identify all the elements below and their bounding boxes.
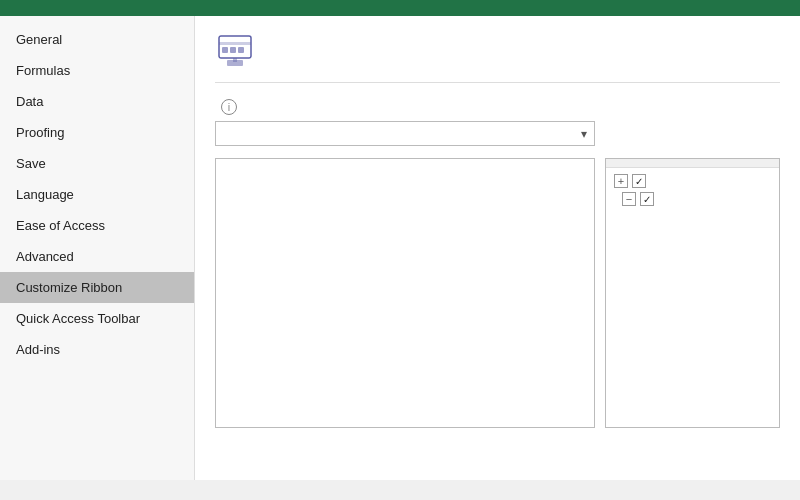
title-bar (0, 0, 800, 16)
tree-checkbox-1[interactable]: ✓ (632, 174, 646, 188)
choose-commands-row: i (215, 99, 780, 115)
commands-dropdown[interactable] (215, 121, 595, 146)
sidebar-item-add-ins[interactable]: Add-ins (0, 334, 194, 365)
sidebar-item-language[interactable]: Language (0, 179, 194, 210)
sidebar-item-formulas[interactable]: Formulas (0, 55, 194, 86)
commands-list-container[interactable] (215, 158, 595, 428)
sidebar: GeneralFormulasDataProofingSaveLanguageE… (0, 16, 195, 480)
commands-dropdown-wrapper (215, 121, 595, 146)
sidebar-item-proofing[interactable]: Proofing (0, 117, 194, 148)
right-panel-header (606, 159, 779, 168)
section-header (215, 32, 780, 83)
sidebar-item-save[interactable]: Save (0, 148, 194, 179)
right-panel-tree: + ✓ − ✓ (606, 168, 779, 212)
sidebar-item-quick-access-toolbar[interactable]: Quick Access Toolbar (0, 303, 194, 334)
ribbon-icon (215, 32, 255, 72)
sidebar-item-advanced[interactable]: Advanced (0, 241, 194, 272)
sidebar-item-ease-of-access[interactable]: Ease of Access (0, 210, 194, 241)
tree-expand-minus[interactable]: − (622, 192, 636, 206)
dropdown-row (215, 121, 780, 146)
svg-rect-1 (219, 42, 251, 45)
tree-item-2: − ✓ (618, 190, 775, 208)
svg-rect-3 (230, 47, 236, 53)
svg-rect-2 (222, 47, 228, 53)
right-panel: + ✓ − ✓ (605, 158, 780, 428)
main-content: i + ✓ (195, 16, 800, 480)
tree-checkbox-2[interactable]: ✓ (640, 192, 654, 206)
svg-rect-6 (233, 58, 237, 62)
columns-area: + ✓ − ✓ (215, 158, 780, 428)
info-icon[interactable]: i (221, 99, 237, 115)
sidebar-item-customize-ribbon[interactable]: Customize Ribbon (0, 272, 194, 303)
tree-expand-plus[interactable]: + (614, 174, 628, 188)
sidebar-item-general[interactable]: General (0, 24, 194, 55)
tree-item-1: + ✓ (610, 172, 775, 190)
sidebar-item-data[interactable]: Data (0, 86, 194, 117)
svg-rect-4 (238, 47, 244, 53)
dialog-body: GeneralFormulasDataProofingSaveLanguageE… (0, 16, 800, 480)
